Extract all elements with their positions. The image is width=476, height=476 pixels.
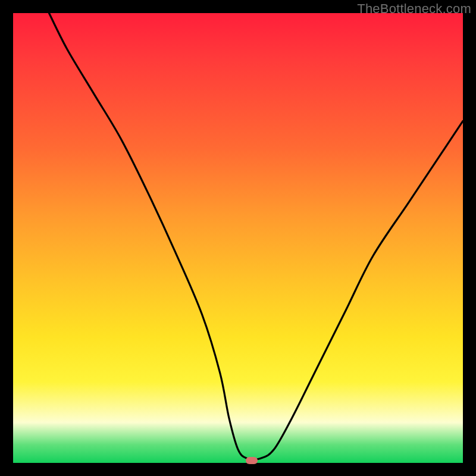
chart-frame: TheBottleneck.com: [0, 0, 476, 476]
watermark-text: TheBottleneck.com: [357, 1, 471, 17]
bottleneck-curve: [13, 13, 463, 463]
minimum-marker: [246, 457, 258, 464]
plot-area: [13, 13, 463, 463]
